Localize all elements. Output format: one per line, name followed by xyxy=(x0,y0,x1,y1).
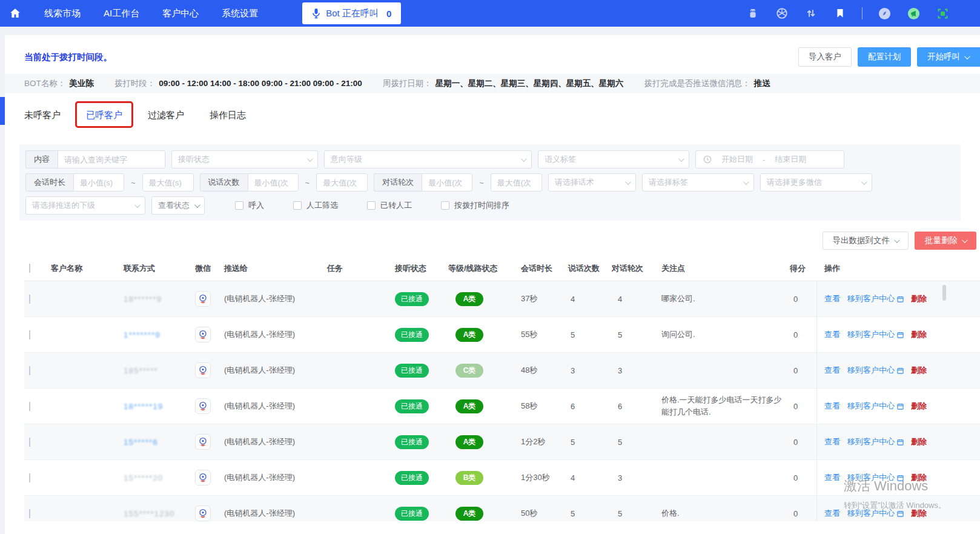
nav-item-ai-workbench[interactable]: AI工作台 xyxy=(92,0,151,27)
duration-max-input[interactable] xyxy=(142,173,194,192)
row-checkbox[interactable] xyxy=(29,438,30,447)
turns-cell: 5 xyxy=(607,509,657,518)
range-tilde: ~ xyxy=(305,178,311,187)
pushed-to: (电销机器人-张经理) xyxy=(219,293,322,304)
view-link[interactable]: 查看 xyxy=(824,508,840,519)
view-link[interactable]: 查看 xyxy=(824,436,840,447)
view-status-select[interactable]: 查看状态 xyxy=(151,196,205,215)
wechat-app-icon[interactable] xyxy=(195,434,211,450)
delete-link[interactable]: 删除 xyxy=(911,401,927,412)
screenshot-extension-icon[interactable] xyxy=(935,6,950,21)
checkbox-icon xyxy=(441,201,449,210)
wechat-app-icon[interactable] xyxy=(195,398,211,414)
grade-pill: A类 xyxy=(455,507,483,521)
table-scrollbar-thumb[interactable] xyxy=(942,285,946,301)
keyword-input[interactable] xyxy=(58,150,165,169)
answer-status-select[interactable]: 接听状态 xyxy=(171,150,318,169)
select-all-checkbox[interactable] xyxy=(29,264,30,273)
row-checkbox[interactable] xyxy=(29,402,30,411)
view-link[interactable]: 查看 xyxy=(824,329,840,340)
delete-link[interactable]: 删除 xyxy=(911,329,927,340)
wechat-app-icon[interactable] xyxy=(195,362,211,378)
pushed-subordinate-select[interactable]: 请选择推送的下级 xyxy=(25,196,145,215)
wechat-app-icon[interactable] xyxy=(195,327,211,342)
export-data-button[interactable]: 导出数据到文件 xyxy=(823,232,909,250)
row-checkbox[interactable] xyxy=(29,330,30,339)
phone-number: 1*******9 xyxy=(124,330,161,339)
wechat-app-icon[interactable] xyxy=(195,506,211,521)
tab-called-customers[interactable]: 已呼客户 xyxy=(86,110,122,121)
tab-filtered-customers[interactable]: 过滤客户 xyxy=(148,110,184,121)
phone-number: 185***** xyxy=(124,366,158,375)
checkbox-inbound[interactable]: 呼入 xyxy=(235,200,264,211)
score-cell: 0 xyxy=(785,509,816,518)
bookmark-icon[interactable] xyxy=(833,6,847,21)
speak-count-min-input[interactable] xyxy=(248,173,299,192)
wechat-app-icon[interactable] xyxy=(195,470,211,486)
compass-extension-icon[interactable] xyxy=(877,6,892,21)
delete-link[interactable]: 删除 xyxy=(911,472,927,483)
col-contact: 联系方式 xyxy=(119,263,190,274)
turns-max-input[interactable] xyxy=(491,173,542,192)
turns-label: 对话轮次 xyxy=(374,173,422,192)
more-wechat-select[interactable]: 请选择更多微信 xyxy=(760,173,872,192)
pushed-to: (电销机器人-张经理) xyxy=(219,401,322,412)
turns-min-input[interactable] xyxy=(422,173,472,192)
intent-level-select[interactable]: 意向等级 xyxy=(324,150,532,169)
delete-link[interactable]: 删除 xyxy=(911,436,927,447)
view-link[interactable]: 查看 xyxy=(824,365,840,376)
pushed-to: (电销机器人-张经理) xyxy=(219,472,322,483)
move-link[interactable]: 移到客户中心 xyxy=(847,293,904,304)
move-link[interactable]: 移到客户中心 xyxy=(847,401,904,412)
home-icon[interactable] xyxy=(6,4,24,22)
aperture-extension-icon[interactable] xyxy=(775,6,789,21)
tag-select[interactable]: 请选择标签 xyxy=(642,173,754,192)
move-link[interactable]: 移到客户中心 xyxy=(847,329,904,340)
checkbox-sort-by-dial-time[interactable]: 按拨打时间排序 xyxy=(441,200,509,211)
row-checkbox[interactable] xyxy=(29,509,30,518)
nav-item-customer-center[interactable]: 客户中心 xyxy=(151,0,210,27)
focus-cell: 询问公司. xyxy=(657,329,785,341)
move-link-text: 移到客户中心 xyxy=(847,472,895,483)
move-link[interactable]: 移到客户中心 xyxy=(847,365,904,376)
view-link[interactable]: 查看 xyxy=(824,472,840,483)
left-scrollbar-track[interactable] xyxy=(0,27,5,534)
configure-plan-button[interactable]: 配置计划 xyxy=(858,47,911,67)
nav-item-system-settings[interactable]: 系统设置 xyxy=(210,0,270,27)
move-link[interactable]: 移到客户中心 xyxy=(847,436,904,447)
move-link-text: 移到客户中心 xyxy=(847,365,895,376)
delete-link[interactable]: 删除 xyxy=(911,365,927,376)
tab-uncalled-customers[interactable]: 未呼客户 xyxy=(24,110,61,121)
bot-calling-button[interactable]: Bot 正在呼叫 0 xyxy=(302,2,401,24)
batch-delete-button[interactable]: 批量删除 xyxy=(915,232,976,250)
semantic-tag-select[interactable]: 语义标签 xyxy=(538,150,689,169)
move-link[interactable]: 移到客户中心 xyxy=(847,472,904,483)
col-speak-count: 说话次数 xyxy=(563,263,607,274)
view-link[interactable]: 查看 xyxy=(824,293,840,304)
tab-operation-log[interactable]: 操作日志 xyxy=(210,110,246,121)
grade-pill: B类 xyxy=(455,471,483,485)
delete-link[interactable]: 删除 xyxy=(911,508,927,519)
move-link[interactable]: 移到客户中心 xyxy=(847,508,904,519)
updown-arrows-icon[interactable] xyxy=(804,6,818,21)
nav-item-clue-market[interactable]: 线索市场 xyxy=(33,0,92,27)
date-range-picker[interactable]: 开始日期 - 结束日期 xyxy=(695,150,844,169)
calendar-icon xyxy=(897,403,904,410)
focus-cell: 价格. xyxy=(657,507,785,519)
script-select[interactable]: 请选择话术 xyxy=(548,173,636,192)
view-link[interactable]: 查看 xyxy=(824,401,840,412)
import-customers-button[interactable]: 导入客户 xyxy=(798,47,852,67)
checkbox-transferred-to-human[interactable]: 已转人工 xyxy=(367,200,412,211)
robot-extension-icon[interactable] xyxy=(746,6,760,21)
row-checkbox[interactable] xyxy=(29,366,30,375)
delete-link[interactable]: 删除 xyxy=(911,293,927,304)
row-checkbox[interactable] xyxy=(29,473,30,482)
left-scrollbar-thumb[interactable] xyxy=(0,97,5,125)
wechat-app-icon[interactable] xyxy=(195,291,211,307)
speak-count-max-input[interactable] xyxy=(316,173,368,192)
duration-min-input[interactable] xyxy=(73,173,124,192)
checkbox-manual-filter[interactable]: 人工筛选 xyxy=(293,200,338,211)
start-call-button[interactable]: 开始呼叫 xyxy=(917,47,980,67)
megaphone-extension-icon[interactable] xyxy=(906,6,921,21)
row-checkbox[interactable] xyxy=(29,295,30,304)
